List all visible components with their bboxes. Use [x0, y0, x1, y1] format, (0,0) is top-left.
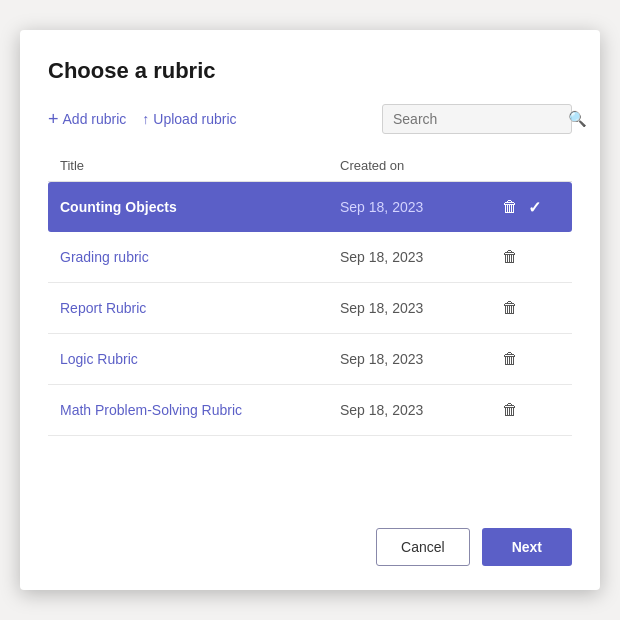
row-actions: 🗑	[500, 399, 560, 421]
upload-rubric-button[interactable]: ↑ Upload rubric	[142, 111, 236, 127]
upload-icon: ↑	[142, 111, 149, 127]
table-body: Counting ObjectsSep 18, 2023🗑✓Grading ru…	[48, 182, 572, 436]
table-row[interactable]: Grading rubricSep 18, 2023🗑	[48, 232, 572, 283]
plus-icon: +	[48, 110, 59, 128]
table-row[interactable]: Logic RubricSep 18, 2023🗑	[48, 334, 572, 385]
choose-rubric-modal: Choose a rubric + Add rubric ↑ Upload ru…	[20, 30, 600, 590]
search-box: 🔍	[382, 104, 572, 134]
add-rubric-button[interactable]: + Add rubric	[48, 110, 126, 128]
check-icon: ✓	[528, 198, 541, 217]
delete-button[interactable]: 🗑	[500, 348, 520, 370]
row-actions: 🗑✓	[500, 196, 560, 218]
delete-button[interactable]: 🗑	[500, 297, 520, 319]
row-actions: 🗑	[500, 297, 560, 319]
empty-area	[48, 436, 572, 496]
toolbar: + Add rubric ↑ Upload rubric 🔍	[48, 104, 572, 134]
table-row[interactable]: Report RubricSep 18, 2023🗑	[48, 283, 572, 334]
row-date: Sep 18, 2023	[340, 351, 500, 367]
search-icon: 🔍	[568, 110, 587, 128]
row-date: Sep 18, 2023	[340, 300, 500, 316]
col-title-header: Title	[60, 158, 340, 173]
modal-title: Choose a rubric	[48, 58, 572, 84]
row-date: Sep 18, 2023	[340, 199, 500, 215]
cancel-button[interactable]: Cancel	[376, 528, 470, 566]
row-title: Counting Objects	[60, 199, 340, 215]
row-date: Sep 18, 2023	[340, 402, 500, 418]
add-rubric-label: Add rubric	[63, 111, 127, 127]
row-actions: 🗑	[500, 246, 560, 268]
col-created-header: Created on	[340, 158, 500, 173]
row-title: Grading rubric	[60, 249, 340, 265]
search-button[interactable]: 🔍	[568, 110, 587, 128]
row-title: Logic Rubric	[60, 351, 340, 367]
next-button[interactable]: Next	[482, 528, 572, 566]
row-title: Report Rubric	[60, 300, 340, 316]
overlay: Choose a rubric + Add rubric ↑ Upload ru…	[0, 0, 620, 620]
table-row[interactable]: Math Problem-Solving RubricSep 18, 2023🗑	[48, 385, 572, 436]
delete-button[interactable]: 🗑	[500, 399, 520, 421]
delete-button[interactable]: 🗑	[500, 196, 520, 218]
row-date: Sep 18, 2023	[340, 249, 500, 265]
modal-footer: Cancel Next	[48, 528, 572, 566]
delete-button[interactable]: 🗑	[500, 246, 520, 268]
row-actions: 🗑	[500, 348, 560, 370]
table-row[interactable]: Counting ObjectsSep 18, 2023🗑✓	[48, 182, 572, 232]
row-title: Math Problem-Solving Rubric	[60, 402, 340, 418]
upload-rubric-label: Upload rubric	[153, 111, 236, 127]
search-input[interactable]	[393, 111, 568, 127]
toolbar-left: + Add rubric ↑ Upload rubric	[48, 110, 382, 128]
table-header: Title Created on	[48, 150, 572, 182]
